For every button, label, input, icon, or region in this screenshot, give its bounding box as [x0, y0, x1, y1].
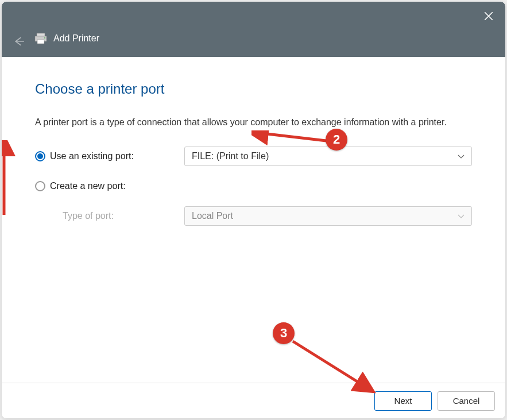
type-of-port-row: Type of port: Local Port — [35, 206, 472, 226]
new-port-label: Create a new port: — [50, 181, 126, 191]
description-text: A printer port is a type of connection t… — [35, 115, 472, 129]
annotation-arrow-1 — [2, 140, 19, 224]
type-of-port-dropdown: Local Port — [184, 206, 472, 226]
chevron-down-icon — [458, 151, 465, 161]
chevron-down-icon — [458, 211, 465, 221]
svg-line-4 — [257, 133, 326, 141]
back-button[interactable] — [14, 36, 25, 47]
svg-rect-1 — [37, 40, 44, 44]
printer-icon — [34, 33, 48, 44]
next-button[interactable]: Next — [374, 391, 432, 411]
existing-port-row: Use an existing port: FILE: (Print to Fi… — [35, 147, 472, 166]
new-port-option[interactable]: Create a new port: — [35, 181, 184, 191]
type-of-port-label: Type of port: — [63, 211, 184, 221]
dialog-title: Add Printer — [53, 33, 99, 44]
existing-port-option[interactable]: Use an existing port: — [35, 151, 184, 161]
existing-port-dropdown[interactable]: FILE: (Print to File) — [184, 147, 472, 166]
titlebar: Add Printer — [2, 2, 505, 57]
cancel-button[interactable]: Cancel — [438, 391, 495, 411]
footer: Next Cancel — [2, 383, 505, 418]
close-button[interactable] — [483, 11, 494, 21]
radio-new-port[interactable] — [35, 181, 45, 191]
svg-point-2 — [44, 37, 45, 38]
svg-line-5 — [293, 341, 366, 387]
annotation-badge-3: 3 — [273, 322, 295, 344]
existing-port-label: Use an existing port: — [50, 151, 134, 161]
existing-port-value: FILE: (Print to File) — [192, 151, 269, 161]
svg-rect-0 — [37, 33, 45, 36]
title-row: Add Printer — [34, 33, 99, 44]
page-heading: Choose a printer port — [35, 81, 472, 97]
content-area: Choose a printer port A printer port is … — [2, 57, 505, 383]
annotation-arrow-3 — [286, 336, 378, 396]
annotation-badge-2: 2 — [326, 129, 347, 151]
new-port-row: Create a new port: — [35, 176, 472, 196]
type-of-port-value: Local Port — [192, 211, 233, 221]
radio-existing-port[interactable] — [35, 151, 45, 161]
add-printer-dialog: Add Printer Choose a printer port A prin… — [2, 2, 505, 418]
annotation-arrow-2 — [251, 130, 332, 148]
